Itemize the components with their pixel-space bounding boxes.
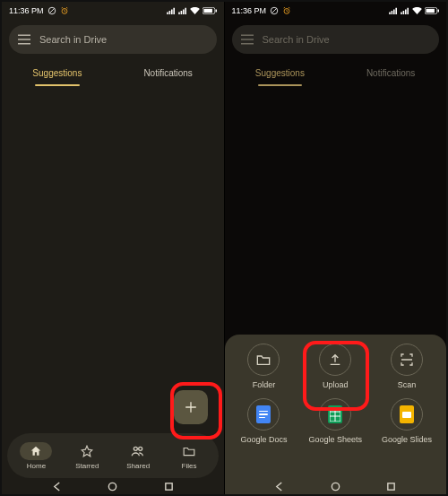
status-bar: 11:36 PM <box>225 2 447 20</box>
folder-icon <box>183 446 195 457</box>
google-sheets-icon <box>328 405 342 423</box>
tab-notifications[interactable]: Notifications <box>335 59 446 86</box>
sheet-item-upload[interactable]: Upload <box>299 344 371 389</box>
plus-icon <box>184 400 198 414</box>
wifi-icon <box>190 7 200 14</box>
android-navbar <box>225 478 447 494</box>
status-time: 11:36 PM <box>9 6 44 15</box>
search-placeholder: Search in Drive <box>263 34 330 45</box>
svg-rect-4 <box>203 9 211 13</box>
svg-rect-14 <box>426 9 434 13</box>
signal-icon <box>167 7 176 14</box>
svg-rect-17 <box>388 483 394 489</box>
sheet-item-scan[interactable]: Scan <box>371 344 443 389</box>
nav-starred[interactable]: Starred <box>62 442 113 470</box>
hamburger-icon[interactable] <box>18 34 30 45</box>
hamburger-icon[interactable] <box>241 34 254 45</box>
people-icon <box>131 445 145 457</box>
recents-icon[interactable] <box>164 482 174 492</box>
dnd-icon <box>270 6 279 15</box>
star-icon <box>81 445 93 457</box>
svg-point-16 <box>332 483 339 490</box>
back-icon[interactable] <box>52 482 62 492</box>
sheet-item-slides[interactable]: Google Slides <box>371 398 443 444</box>
search-bar[interactable]: Search in Drive <box>232 25 440 54</box>
signal-icon-2 <box>178 7 187 14</box>
home-button-icon[interactable] <box>331 482 340 492</box>
tab-suggestions[interactable]: Suggestions <box>225 59 336 86</box>
signal-icon-2 <box>401 7 409 14</box>
new-bottom-sheet: Folder Upload Scan Google Docs <box>225 335 447 494</box>
sheet-item-folder[interactable]: Folder <box>228 344 300 389</box>
home-icon <box>30 445 42 457</box>
search-placeholder: Search in Drive <box>39 34 107 45</box>
search-bar[interactable]: Search in Drive <box>9 25 217 54</box>
alarm-icon <box>60 6 69 15</box>
recents-icon[interactable] <box>386 482 396 492</box>
fab-new[interactable] <box>174 390 208 424</box>
wifi-icon <box>412 7 422 14</box>
scan-icon <box>400 352 414 367</box>
tabs: Suggestions Notifications <box>225 59 447 86</box>
battery-icon <box>425 7 439 14</box>
tab-notifications[interactable]: Notifications <box>113 59 224 86</box>
back-icon[interactable] <box>274 482 284 492</box>
svg-rect-15 <box>438 10 439 13</box>
google-docs-icon <box>256 405 271 423</box>
bottom-nav: Home Starred Shared Files <box>7 433 219 478</box>
dnd-icon <box>47 6 56 15</box>
tabs: Suggestions Notifications <box>2 59 224 86</box>
folder-icon <box>256 353 271 366</box>
status-bar: 11:36 PM <box>2 2 224 20</box>
nav-files[interactable]: Files <box>164 442 215 470</box>
svg-rect-9 <box>166 483 172 489</box>
screenshot-right: 11:36 PM Search in Drive Suggestions Not… <box>225 2 447 494</box>
nav-home[interactable]: Home <box>11 442 62 470</box>
nav-shared[interactable]: Shared <box>113 442 164 470</box>
android-navbar <box>2 478 224 494</box>
sheet-item-docs[interactable]: Google Docs <box>228 398 300 444</box>
status-time: 11:36 PM <box>232 6 267 15</box>
svg-rect-5 <box>215 10 216 13</box>
home-button-icon[interactable] <box>108 482 117 492</box>
svg-line-1 <box>49 9 54 13</box>
svg-line-11 <box>272 9 277 13</box>
svg-point-6 <box>134 447 138 450</box>
signal-icon <box>389 7 398 14</box>
alarm-icon <box>282 6 291 15</box>
sheet-item-sheets[interactable]: Google Sheets <box>299 398 371 444</box>
svg-point-8 <box>109 483 116 490</box>
svg-point-7 <box>139 447 142 450</box>
google-slides-icon <box>400 405 414 423</box>
battery-icon <box>202 7 217 14</box>
upload-icon <box>328 352 342 367</box>
tab-suggestions[interactable]: Suggestions <box>2 59 113 86</box>
screenshot-left: 11:36 PM Search in Drive <box>2 2 225 494</box>
